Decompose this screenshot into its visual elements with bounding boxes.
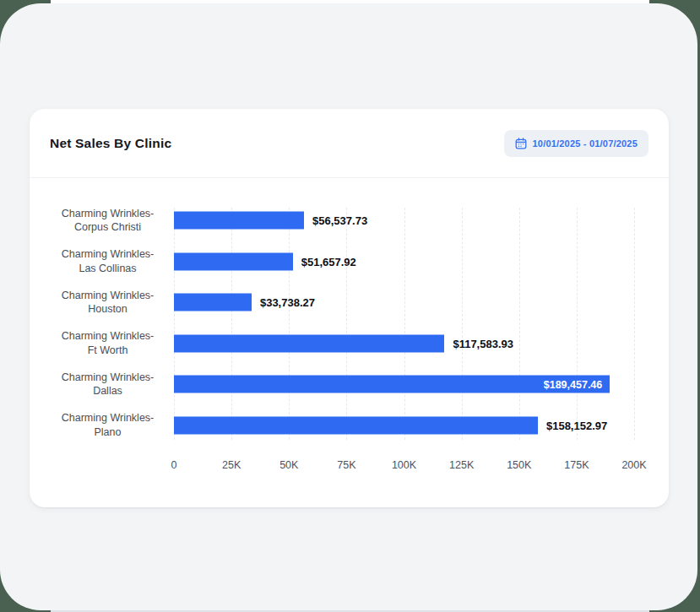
x-tick-label: 125K	[449, 459, 474, 471]
category-label-line1: Charming Wrinkles-	[50, 411, 166, 425]
calendar-icon	[515, 138, 527, 149]
category-label: Charming Wrinkles- Las Collinas	[50, 241, 166, 283]
category-label: Charming Wrinkles- Plano	[50, 405, 166, 447]
bar-value-label: $56,537.73	[312, 214, 367, 227]
x-tick-label: 100K	[392, 459, 416, 471]
category-label-line1: Charming Wrinkles-	[50, 329, 166, 344]
x-tick-label: 175K	[564, 459, 589, 471]
bar-value-label: $189,457.46	[544, 378, 603, 390]
category-label-line2: Dallas	[50, 384, 166, 398]
chart-row: $51,657.92	[174, 241, 634, 283]
category-axis: Charming Wrinkles- Corpus Christi Charmi…	[50, 200, 166, 485]
x-tick-label: 200K	[621, 459, 646, 471]
chart-row: $117,583.93	[174, 323, 634, 365]
category-label-line1: Charming Wrinkles-	[50, 289, 166, 303]
card-title: Net Sales By Clinic	[50, 136, 171, 151]
card-header: Net Sales By Clinic 10/01/20	[30, 109, 669, 178]
category-label-line2: Corpus Christi	[50, 220, 166, 235]
category-label-line1: Charming Wrinkles-	[50, 207, 166, 221]
dashboard-panel: Net Sales By Clinic 10/01/20	[0, 3, 697, 610]
chart-row: $56,537.73	[174, 200, 634, 241]
category-label-line2: Ft Worth	[50, 344, 166, 358]
category-label: Charming Wrinkles- Houston	[50, 282, 166, 323]
gridline	[634, 208, 635, 440]
bar-value-label: $51,657.92	[301, 255, 356, 268]
category-label: Charming Wrinkles- Corpus Christi	[50, 200, 166, 241]
chart-row: $189,457.46	[174, 364, 634, 405]
category-label: Charming Wrinkles- Ft Worth	[50, 323, 166, 365]
chart-row: $158,152.97	[174, 405, 634, 447]
net-sales-card: Net Sales By Clinic 10/01/20	[30, 109, 669, 507]
x-tick-label: 0	[171, 459, 177, 471]
bar-value-label: $117,583.93	[453, 337, 513, 349]
category-label-line1: Charming Wrinkles-	[50, 371, 166, 385]
category-label-line1: Charming Wrinkles-	[50, 247, 166, 262]
bar[interactable]	[174, 416, 538, 434]
category-label: Charming Wrinkles- Dallas	[50, 364, 166, 405]
date-range-chip[interactable]: 10/01/2025 - 01/07/2025	[504, 130, 648, 157]
chart-row: $33,738.27	[174, 282, 634, 323]
plot-area: $56,537.73 $51,657.92 $33,738.27 $117,58…	[174, 200, 634, 485]
category-label-line2: Plano	[50, 425, 166, 440]
x-tick-label: 25K	[222, 459, 241, 471]
bar[interactable]	[174, 334, 444, 352]
date-range-label: 10/01/2025 - 01/07/2025	[533, 138, 638, 149]
bar-value-label: $33,738.27	[260, 296, 315, 309]
x-tick-label: 150K	[507, 459, 531, 471]
bar-rows: $56,537.73 $51,657.92 $33,738.27 $117,58…	[174, 200, 634, 446]
bar[interactable]: $189,457.46	[174, 376, 610, 393]
x-axis: 025K50K75K100K125K150K175K200K	[174, 446, 634, 485]
x-tick-label: 75K	[337, 459, 355, 471]
category-label-line2: Houston	[50, 302, 166, 317]
bar-value-label: $158,152.97	[546, 419, 607, 431]
bar[interactable]	[174, 212, 304, 230]
x-tick-label: 50K	[279, 459, 298, 471]
bar[interactable]	[174, 294, 252, 311]
bar[interactable]	[174, 252, 293, 270]
bar-chart: Charming Wrinkles- Corpus Christi Charmi…	[30, 178, 669, 485]
category-label-line2: Las Collinas	[50, 262, 166, 276]
